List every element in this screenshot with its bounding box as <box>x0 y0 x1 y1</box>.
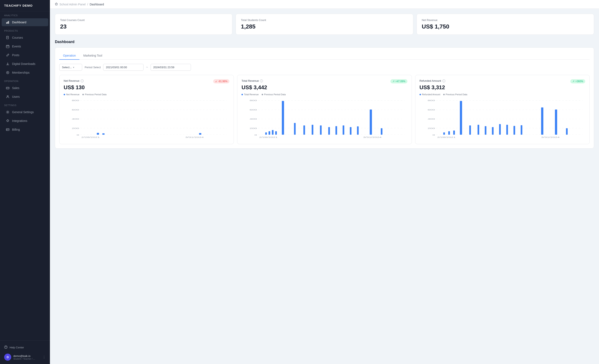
chart-legend-total-revenue: Total Revenue Previous Period Data <box>241 93 407 96</box>
svg-rect-62 <box>370 109 372 134</box>
chart-amount-total-revenue: US$ 3,442 <box>241 84 407 91</box>
svg-text:800: 800 <box>428 99 435 101</box>
svg-rect-83 <box>492 127 493 135</box>
sidebar-item-sales[interactable]: Sales <box>2 84 48 92</box>
info-icon-net-revenue: i <box>81 80 84 82</box>
help-center-label: Help Center <box>9 346 24 349</box>
section-label-operation: Operation <box>0 77 50 84</box>
sidebar-item-users[interactable]: Users <box>2 93 48 101</box>
svg-text:0: 0 <box>255 134 257 136</box>
svg-rect-4 <box>7 37 8 37</box>
user-info: demo@kaik.io Student / Teacher / ... <box>13 355 40 360</box>
sidebar-item-dashboard[interactable]: Dashboard <box>2 18 48 26</box>
tab-operation[interactable]: Operation <box>59 52 79 60</box>
user-row: D demo@kaik.io Student / Teacher / ... ⋮ <box>4 351 46 361</box>
svg-rect-84 <box>499 124 501 134</box>
sidebar-item-courses[interactable]: Courses <box>2 34 48 42</box>
sidebar-item-users-label: Users <box>12 95 20 98</box>
svg-rect-1 <box>7 22 8 24</box>
svg-text:0: 0 <box>432 134 435 136</box>
svg-rect-79 <box>460 101 462 134</box>
sidebar-item-billing[interactable]: Billing <box>2 126 48 133</box>
user-menu-button[interactable]: ⋮ <box>43 355 46 359</box>
svg-text:800: 800 <box>72 99 79 101</box>
svg-rect-87 <box>520 125 522 135</box>
sales-icon <box>6 86 9 90</box>
svg-point-16 <box>7 112 8 113</box>
help-center-item[interactable]: Help Center <box>4 344 46 351</box>
sidebar-item-memberships-label: Memberships <box>12 71 29 74</box>
chart-amount-refunded: US$ 3,312 <box>420 84 585 91</box>
sidebar-item-dashboard-label: Dashboard <box>12 21 26 24</box>
svg-rect-33 <box>97 133 99 135</box>
svg-text:600: 600 <box>428 109 435 111</box>
date-to-input[interactable] <box>150 64 191 71</box>
svg-text:400: 400 <box>250 118 257 120</box>
stat-label-students: Total Students Count <box>241 18 408 22</box>
stat-value-revenue: US$ 1,750 <box>422 23 589 30</box>
dashboard-tabs: Operation Marketing Tool <box>59 52 590 60</box>
svg-rect-82 <box>484 126 486 134</box>
membership-icon <box>6 71 9 74</box>
tab-marketing[interactable]: Marketing Tool <box>79 52 106 60</box>
svg-rect-2 <box>8 21 9 24</box>
charts-row: Net Revenue i ↙ -91.98% US$ 130 Net Reve… <box>59 75 590 144</box>
svg-rect-59 <box>343 125 344 134</box>
svg-rect-52 <box>282 101 284 134</box>
sidebar-item-digital-downloads[interactable]: Digital Downloads <box>2 60 48 68</box>
chart-header-total-revenue: Total Revenue i ↗ +47.09% <box>241 79 407 83</box>
sidebar-item-memberships[interactable]: Memberships <box>2 69 48 77</box>
legend-total-revenue-prev: Previous Period Data <box>262 93 286 96</box>
sidebar-item-posts[interactable]: Posts <box>2 51 48 59</box>
chart-header-net-revenue: Net Revenue i ↙ -91.98% <box>64 79 229 83</box>
sidebar-item-posts-label: Posts <box>12 53 19 57</box>
svg-text:3/31/2024: 3/31/2024 <box>185 136 204 138</box>
svg-text:600: 600 <box>250 109 257 111</box>
badge-total-revenue: ↗ +47.09% <box>390 79 407 83</box>
chart-amount-net-revenue: US$ 130 <box>64 84 229 91</box>
svg-rect-58 <box>335 126 337 134</box>
svg-rect-49 <box>269 131 270 135</box>
svg-text:3/31/2024: 3/31/2024 <box>363 136 382 138</box>
select-placeholder: Select... <box>62 66 72 69</box>
date-from-input[interactable] <box>103 64 143 71</box>
user-email: demo@kaik.io <box>13 355 40 357</box>
svg-text:0: 0 <box>77 134 79 136</box>
gear-icon <box>6 110 9 114</box>
calendar-icon <box>6 44 9 48</box>
stat-value-courses: 23 <box>60 23 227 30</box>
legend-dot-gray <box>82 94 84 95</box>
svg-rect-55 <box>312 125 313 135</box>
sidebar: TEACHIFY DEMO Analytics Dashboard Produc… <box>0 0 50 364</box>
chart-title-net-revenue: Net Revenue i <box>64 79 84 82</box>
chart-card-net-revenue: Net Revenue i ↙ -91.98% US$ 130 Net Reve… <box>59 75 234 144</box>
svg-rect-5 <box>7 37 8 38</box>
svg-rect-19 <box>7 130 7 130</box>
chart-icon <box>6 20 9 24</box>
badge-refunded: ↗ +360% <box>570 79 585 83</box>
svg-rect-76 <box>443 132 445 134</box>
svg-text:2/28/2021: 2/28/2021 <box>81 136 100 138</box>
legend-refunded-current: Refunded Amount <box>420 93 440 96</box>
section-label-products: Products <box>0 27 50 33</box>
chart-legend-net-revenue: Net Revenue Previous Period Data <box>64 93 229 96</box>
stat-card-students: Total Students Count 1,285 <box>236 14 413 35</box>
download-icon <box>6 62 9 66</box>
sidebar-item-general-settings[interactable]: General Settings <box>2 108 48 116</box>
svg-text:800: 800 <box>250 99 257 101</box>
section-label-analytics: Analytics <box>0 11 50 18</box>
svg-point-21 <box>6 348 6 348</box>
svg-rect-6 <box>6 45 9 48</box>
sidebar-item-integrations-label: Integrations <box>12 119 27 123</box>
svg-rect-78 <box>453 131 455 135</box>
sidebar-item-integrations[interactable]: Integrations <box>2 117 48 125</box>
chart-card-refunded: Refunded Amount i ↗ +360% US$ 3,312 Refu… <box>415 75 590 144</box>
sidebar-item-events[interactable]: Events <box>2 43 48 50</box>
chart-container-net-revenue: 800 600 400 200 0 2/28/2021 3/31/2024 <box>64 98 229 140</box>
svg-rect-17 <box>6 129 9 131</box>
svg-rect-80 <box>469 125 471 134</box>
chart-legend-refunded: Refunded Amount Previous Period Data <box>420 93 585 96</box>
legend-dot-blue-3 <box>420 94 421 95</box>
badge-icon-refunded: ↗ <box>572 80 574 83</box>
period-select-dropdown[interactable]: Select... ▾ <box>59 64 82 71</box>
